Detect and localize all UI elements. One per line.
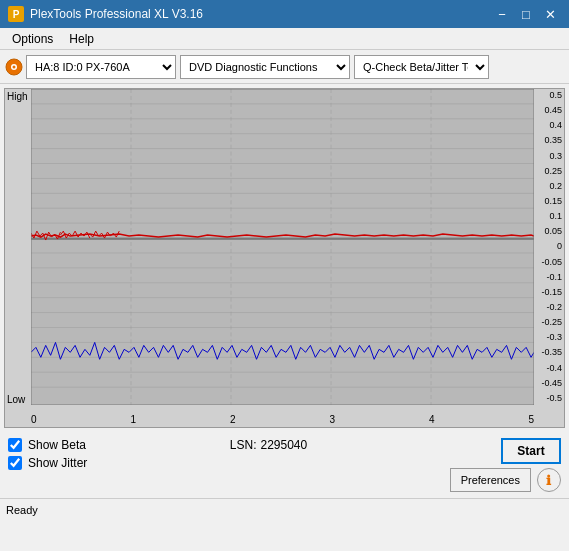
checkboxes: Show Beta Show Jitter bbox=[8, 438, 87, 470]
axis-label-low: Low bbox=[7, 394, 25, 405]
x-axis-2: 2 bbox=[230, 414, 236, 425]
menu-bar: Options Help bbox=[0, 28, 569, 50]
show-jitter-label: Show Jitter bbox=[28, 456, 87, 470]
axis-val-16: -0.3 bbox=[534, 333, 564, 342]
menu-options[interactable]: Options bbox=[4, 30, 61, 48]
title-bar-left: P PlexTools Professional XL V3.16 bbox=[8, 6, 203, 22]
axis-val-12: -0.1 bbox=[534, 273, 564, 282]
x-axis-3: 3 bbox=[329, 414, 335, 425]
right-buttons: Start Preferences ℹ bbox=[450, 438, 561, 492]
show-beta-row: Show Beta bbox=[8, 438, 87, 452]
axis-val-18: -0.4 bbox=[534, 364, 564, 373]
lsn-label: LSN: bbox=[230, 438, 257, 452]
function-select[interactable]: DVD Diagnostic Functions bbox=[180, 55, 350, 79]
axis-val-15: -0.25 bbox=[534, 318, 564, 327]
right-axis: 0.5 0.45 0.4 0.35 0.3 0.25 0.2 0.15 0.1 … bbox=[534, 89, 564, 405]
pref-info-row: Preferences ℹ bbox=[450, 468, 561, 492]
x-axis-4: 4 bbox=[429, 414, 435, 425]
show-jitter-checkbox[interactable] bbox=[8, 456, 22, 470]
x-axis-0: 0 bbox=[31, 414, 37, 425]
maximize-button[interactable]: □ bbox=[515, 5, 537, 23]
axis-val-7: 0.15 bbox=[534, 197, 564, 206]
bottom-axis: 0 1 2 3 4 5 bbox=[31, 414, 534, 425]
axis-val-5: 0.25 bbox=[534, 167, 564, 176]
axis-val-4: 0.3 bbox=[534, 152, 564, 161]
axis-val-3: 0.35 bbox=[534, 136, 564, 145]
axis-val-17: -0.35 bbox=[534, 348, 564, 357]
axis-val-10: 0 bbox=[534, 242, 564, 251]
menu-help[interactable]: Help bbox=[61, 30, 102, 48]
axis-val-14: -0.2 bbox=[534, 303, 564, 312]
axis-val-2: 0.4 bbox=[534, 121, 564, 130]
axis-val-8: 0.1 bbox=[534, 212, 564, 221]
show-beta-checkbox[interactable] bbox=[8, 438, 22, 452]
title-bar: P PlexTools Professional XL V3.16 − □ ✕ bbox=[0, 0, 569, 28]
window-title: PlexTools Professional XL V3.16 bbox=[30, 7, 203, 21]
axis-val-1: 0.45 bbox=[534, 106, 564, 115]
start-button[interactable]: Start bbox=[501, 438, 561, 464]
title-bar-controls: − □ ✕ bbox=[491, 5, 561, 23]
device-icon bbox=[4, 57, 24, 77]
status-bar: Ready bbox=[0, 498, 569, 520]
app-icon: P bbox=[8, 6, 24, 22]
info-icon: ℹ bbox=[546, 473, 551, 488]
axis-label-high: High bbox=[7, 91, 28, 102]
svg-point-2 bbox=[13, 65, 16, 68]
device-select[interactable]: HA:8 ID:0 PX-760A bbox=[26, 55, 176, 79]
show-beta-label: Show Beta bbox=[28, 438, 86, 452]
toolbar: HA:8 ID:0 PX-760A DVD Diagnostic Functio… bbox=[0, 50, 569, 84]
chart-area: High Low bbox=[4, 88, 565, 428]
test-select[interactable]: Q-Check Beta/Jitter Test bbox=[354, 55, 489, 79]
axis-val-13: -0.15 bbox=[534, 288, 564, 297]
axis-val-9: 0.05 bbox=[534, 227, 564, 236]
minimize-button[interactable]: − bbox=[491, 5, 513, 23]
x-axis-5: 5 bbox=[528, 414, 534, 425]
axis-val-19: -0.45 bbox=[534, 379, 564, 388]
lsn-area: LSN: 2295040 bbox=[230, 438, 307, 452]
close-button[interactable]: ✕ bbox=[539, 5, 561, 23]
svg-rect-3 bbox=[31, 89, 534, 405]
preferences-button[interactable]: Preferences bbox=[450, 468, 531, 492]
axis-val-20: -0.5 bbox=[534, 394, 564, 403]
lsn-value: 2295040 bbox=[261, 438, 308, 452]
chart-inner bbox=[31, 89, 534, 405]
bottom-controls: Show Beta Show Jitter LSN: 2295040 Start… bbox=[0, 432, 569, 498]
status-text: Ready bbox=[6, 504, 38, 516]
axis-val-11: -0.05 bbox=[534, 258, 564, 267]
show-jitter-row: Show Jitter bbox=[8, 456, 87, 470]
device-section: HA:8 ID:0 PX-760A bbox=[4, 55, 176, 79]
axis-val-6: 0.2 bbox=[534, 182, 564, 191]
x-axis-1: 1 bbox=[130, 414, 136, 425]
axis-val-0: 0.5 bbox=[534, 91, 564, 100]
info-button[interactable]: ℹ bbox=[537, 468, 561, 492]
